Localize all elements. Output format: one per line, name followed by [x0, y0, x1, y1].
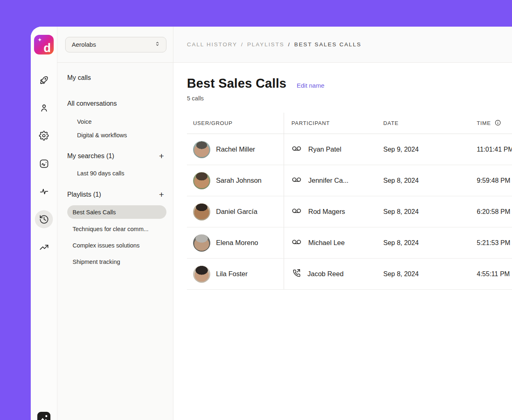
info-icon[interactable] — [494, 119, 501, 127]
participant-name: Jacob Reed — [307, 270, 344, 278]
chevron-up-down-icon — [154, 41, 161, 48]
call-time: 9:59:48 PM — [477, 165, 512, 196]
icon-rail: d — [31, 27, 57, 420]
trending-up-icon[interactable] — [35, 238, 53, 256]
workspace-selector[interactable]: Aerolabs — [65, 37, 166, 52]
call-time: 4:55:11 PM — [477, 259, 512, 289]
history-icon[interactable] — [35, 210, 53, 228]
col-time: TIME — [477, 113, 512, 134]
logo-letter: d — [43, 42, 51, 54]
sidebar-item-complex-issues-playlist[interactable]: Complex issues solutions — [67, 241, 166, 250]
sidebar-item-playlists[interactable]: Playlists (1) + — [67, 190, 166, 199]
user-name: Elena Moreno — [216, 239, 258, 247]
sidebar-item-voice[interactable]: Voice — [67, 118, 166, 126]
call-date: Sep 8, 2024 — [383, 259, 477, 289]
participant-name: Jennifer Ca... — [308, 177, 348, 184]
call-date: Sep 8, 2024 — [383, 196, 477, 227]
sidebar-item-techniques-playlist[interactable]: Techniques for clear comm... — [67, 225, 166, 233]
sidebar-item-my-searches[interactable]: My searches (1) + — [67, 152, 166, 161]
app-window: d — [31, 27, 512, 420]
edit-name-button[interactable]: Edit name — [297, 82, 325, 89]
avatar — [193, 266, 210, 283]
calls-table: USER/GROUP PARTICIPANT DATE TIME Rachel … — [187, 113, 512, 290]
participant-name: Ryan Patel — [308, 145, 341, 153]
user-name: Daniel García — [216, 208, 257, 216]
settings-gear-icon[interactable] — [35, 127, 53, 145]
call-date: Sep 8, 2024 — [383, 227, 477, 258]
workspace-selector-area: Aerolabs — [57, 27, 173, 63]
sidebar-item-digital-workflows[interactable]: Digital & workflows — [67, 131, 166, 139]
avatar — [193, 234, 210, 252]
breadcrumb-bar: CALL HISTORY/PLAYLISTS/BEST SALES CALLS — [173, 27, 512, 63]
sidebar-item-all-conversations[interactable]: All conversations — [67, 99, 166, 108]
image-icon[interactable] — [37, 411, 51, 420]
table-row[interactable]: Elena Moreno Michael Lee Sep 8, 2024 5:2… — [187, 227, 512, 259]
table-row[interactable]: Lila Foster Jacob Reed Sep 8, 2024 4:55:… — [187, 259, 512, 290]
table-row[interactable]: Daniel García Rod Magers Sep 8, 2024 6:2… — [187, 196, 512, 227]
user-name: Sarah Johnson — [216, 177, 262, 184]
add-search-button[interactable]: + — [157, 152, 166, 160]
call-time: 11:01:41 PM — [477, 134, 512, 165]
outgoing-call-icon — [291, 268, 301, 279]
call-date: Sep 9, 2024 — [383, 134, 477, 165]
sidebar: Aerolabs My calls All conversations Voic… — [57, 27, 173, 420]
col-participant: PARTICIPANT — [284, 113, 383, 134]
col-user-group: USER/GROUP — [187, 113, 284, 134]
workspace-name: Aerolabs — [72, 41, 96, 48]
sparkle-icon — [37, 38, 43, 45]
sidebar-item-last-90-days-calls[interactable]: Last 90 days calls — [67, 169, 166, 177]
participant-name: Rod Magers — [308, 208, 345, 216]
sidebar-item-shipment-tracking-playlist[interactable]: Shipment tracking — [67, 258, 166, 266]
table-header-row: USER/GROUP PARTICIPANT DATE TIME — [187, 113, 512, 134]
call-time: 6:20:58 PM — [477, 196, 512, 227]
app-logo[interactable]: d — [34, 35, 54, 54]
sidebar-item-best-sales-calls-selected[interactable]: Best Sales Calls — [67, 205, 166, 219]
user-name: Lila Foster — [216, 270, 248, 278]
sidebar-nav: My calls All conversations Voice Digital… — [57, 63, 173, 266]
breadcrumb-call-history[interactable]: CALL HISTORY — [187, 41, 237, 48]
breadcrumb-current: BEST SALES CALLS — [294, 41, 362, 48]
call-date: Sep 8, 2024 — [383, 165, 477, 196]
activity-pulse-icon[interactable] — [35, 182, 53, 200]
voicemail-icon — [291, 237, 302, 249]
call-time: 5:21:53 PM — [477, 227, 512, 258]
playlist-content: Best Sales Calls Edit name 5 calls USER/… — [173, 63, 512, 420]
col-date: DATE — [383, 113, 477, 134]
contacts-person-icon[interactable] — [35, 99, 53, 117]
sidebar-item-my-calls[interactable]: My calls — [67, 73, 166, 82]
ai-summary-icon[interactable] — [35, 154, 53, 173]
call-count: 5 calls — [187, 95, 512, 102]
breadcrumb: CALL HISTORY/PLAYLISTS/BEST SALES CALLS — [187, 41, 362, 48]
participant-name: Michael Lee — [308, 239, 345, 247]
table-row[interactable]: Rachel Miller Ryan Patel Sep 9, 2024 11:… — [187, 134, 512, 165]
voicemail-icon — [291, 175, 302, 186]
user-name: Rachel Miller — [216, 145, 255, 153]
avatar — [193, 141, 210, 158]
avatar — [193, 172, 210, 189]
add-playlist-button[interactable]: + — [157, 191, 166, 199]
table-row[interactable]: Sarah Johnson Jennifer Ca... Sep 8, 2024… — [187, 165, 512, 196]
main-panel: CALL HISTORY/PLAYLISTS/BEST SALES CALLS … — [173, 27, 512, 420]
avatar — [193, 203, 210, 220]
page-title: Best Sales Calls — [187, 76, 287, 91]
rocket-icon[interactable] — [35, 71, 53, 89]
voicemail-icon — [291, 206, 302, 218]
voicemail-icon — [291, 143, 302, 155]
breadcrumb-playlists[interactable]: PLAYLISTS — [247, 41, 284, 48]
